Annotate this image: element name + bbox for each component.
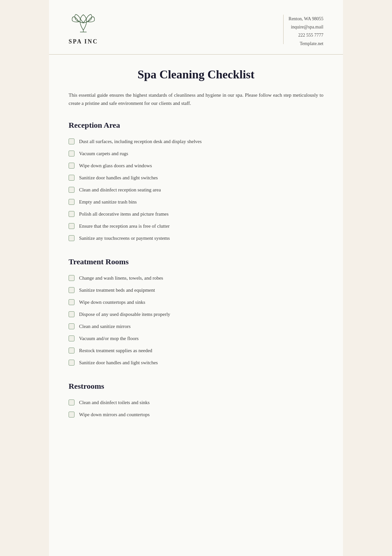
list-item[interactable]: Dust all surfaces, including reception d…: [69, 136, 323, 148]
contact-info: Renton, WA 98055 inquire@spa.mail 222 55…: [288, 13, 323, 48]
checkbox[interactable]: [69, 235, 74, 241]
checklist-item-text: Change and wash linens, towels, and robe…: [79, 275, 163, 282]
list-item[interactable]: Sanitize treatment beds and equipment: [69, 284, 323, 296]
checklist-treatment: Change and wash linens, towels, and robe…: [69, 272, 323, 369]
checklist-item-text: Sanitize door handles and light switches: [79, 359, 158, 366]
checklist-item-text: Sanitize any touchscreens or payment sys…: [79, 235, 170, 242]
page-container: SPA INC Renton, WA 98055 inquire@spa.mai…: [49, 0, 343, 556]
checklist-reception: Dust all surfaces, including reception d…: [69, 136, 323, 244]
checklist-item-text: Vacuum carpets and rugs: [79, 150, 128, 157]
section-title-treatment: Treatment Rooms: [69, 257, 323, 266]
checklist-item-text: Polish all decorative items and picture …: [79, 211, 169, 218]
checklist-item-text: Clean and disinfect toilets and sinks: [79, 399, 150, 406]
contact-phone: 222 555 7777: [288, 31, 323, 39]
checkbox[interactable]: [69, 348, 74, 353]
page-title: Spa Cleaning Checklist: [69, 68, 323, 81]
sections-container: Reception AreaDust all surfaces, includi…: [69, 121, 323, 421]
main-content: Spa Cleaning Checklist This essential gu…: [49, 55, 343, 453]
checklist-item-text: Sanitize treatment beds and equipment: [79, 287, 155, 294]
list-item[interactable]: Wipe down glass doors and windows: [69, 160, 323, 172]
list-item[interactable]: Vacuum carpets and rugs: [69, 148, 323, 160]
header: SPA INC Renton, WA 98055 inquire@spa.mai…: [49, 0, 343, 55]
list-item[interactable]: Clean and disinfect toilets and sinks: [69, 397, 323, 409]
checkbox[interactable]: [69, 187, 74, 193]
checklist-item-text: Wipe down glass doors and windows: [79, 162, 152, 169]
checklist-item-text: Dust all surfaces, including reception d…: [79, 138, 202, 145]
checklist-item-text: Empty and sanitize trash bins: [79, 199, 137, 205]
list-item[interactable]: Wipe down countertops and sinks: [69, 296, 323, 308]
list-item[interactable]: Empty and sanitize trash bins: [69, 196, 323, 208]
list-item[interactable]: Wipe down mirrors and countertops: [69, 409, 323, 421]
contact-website: Template.net: [288, 40, 323, 48]
checklist-item-text: Clean and sanitize mirrors: [79, 323, 131, 330]
checklist-item-text: Dispose of any used disposable items pro…: [79, 311, 170, 318]
checkbox[interactable]: [69, 287, 74, 293]
list-item[interactable]: Clean and disinfect reception seating ar…: [69, 184, 323, 196]
checkbox[interactable]: [69, 400, 74, 405]
checkbox[interactable]: [69, 360, 74, 366]
list-item[interactable]: Polish all decorative items and picture …: [69, 208, 323, 220]
checkbox[interactable]: [69, 151, 74, 156]
section-title-restrooms: Restrooms: [69, 382, 323, 391]
checklist-item-text: Clean and disinfect reception seating ar…: [79, 187, 161, 193]
list-item[interactable]: Sanitize door handles and light switches: [69, 172, 323, 184]
list-item[interactable]: Clean and sanitize mirrors: [69, 320, 323, 333]
checkbox[interactable]: [69, 223, 74, 229]
checkbox[interactable]: [69, 412, 74, 417]
section-restrooms: RestroomsClean and disinfect toilets and…: [69, 382, 323, 421]
checkbox[interactable]: [69, 323, 74, 329]
section-treatment: Treatment RoomsChange and wash linens, t…: [69, 257, 323, 369]
list-item[interactable]: Change and wash linens, towels, and robe…: [69, 272, 323, 284]
checkbox[interactable]: [69, 275, 74, 281]
checkbox[interactable]: [69, 199, 74, 205]
checklist-item-text: Restock treatment supplies as needed: [79, 347, 152, 354]
checklist-item-text: Ensure that the reception area is free o…: [79, 223, 170, 230]
checklist-restrooms: Clean and disinfect toilets and sinksWip…: [69, 397, 323, 421]
header-divider: [283, 15, 284, 44]
checkbox[interactable]: [69, 299, 74, 305]
list-item[interactable]: Sanitize door handles and light switches: [69, 357, 323, 369]
checkbox[interactable]: [69, 139, 74, 144]
checkbox[interactable]: [69, 311, 74, 317]
list-item[interactable]: Dispose of any used disposable items pro…: [69, 308, 323, 320]
logo-text: SPA INC: [69, 38, 98, 45]
section-reception: Reception AreaDust all surfaces, includi…: [69, 121, 323, 244]
checklist-item-text: Wipe down mirrors and countertops: [79, 411, 150, 418]
list-item[interactable]: Restock treatment supplies as needed: [69, 345, 323, 357]
section-title-reception: Reception Area: [69, 121, 323, 130]
checkbox[interactable]: [69, 335, 74, 341]
list-item[interactable]: Ensure that the reception area is free o…: [69, 220, 323, 232]
checklist-item-text: Wipe down countertops and sinks: [79, 299, 145, 306]
list-item[interactable]: Vacuum and/or mop the floors: [69, 333, 323, 345]
checkbox[interactable]: [69, 163, 74, 169]
contact-address: Renton, WA 98055: [288, 15, 323, 23]
header-right: Renton, WA 98055 inquire@spa.mail 222 55…: [283, 13, 323, 48]
contact-email: inquire@spa.mail: [288, 23, 323, 31]
intro-text: This essential guide ensures the highest…: [69, 91, 323, 108]
checkbox[interactable]: [69, 211, 74, 217]
list-item[interactable]: Sanitize any touchscreens or payment sys…: [69, 232, 323, 244]
checkbox[interactable]: [69, 175, 74, 181]
logo-area: SPA INC: [69, 13, 98, 45]
spa-logo-icon: [72, 13, 95, 36]
checklist-item-text: Sanitize door handles and light switches: [79, 174, 158, 181]
checklist-item-text: Vacuum and/or mop the floors: [79, 335, 139, 342]
